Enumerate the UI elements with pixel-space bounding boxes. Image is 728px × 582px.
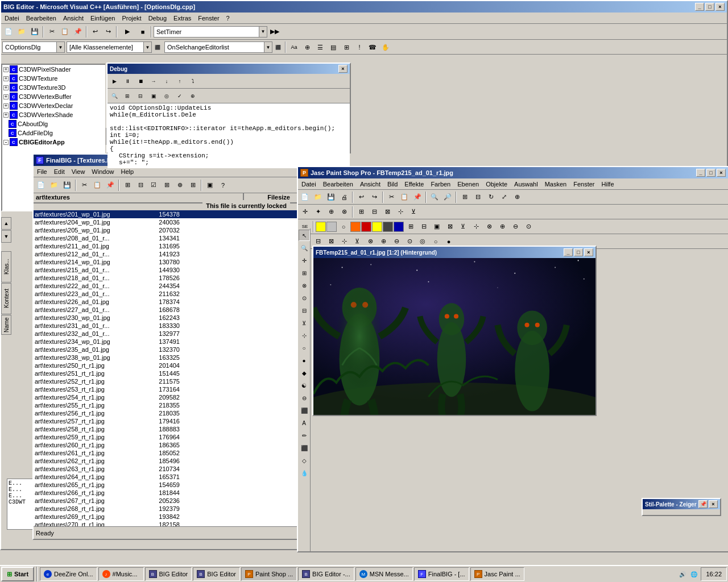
psp-minimize[interactable]: _ [696,169,705,177]
finalbig-tb-6[interactable]: ⊟ [134,179,147,192]
psp-menu-fenster[interactable]: Fenster [570,180,598,189]
psp-tb-new[interactable]: 📄 [299,191,311,203]
psp-tb2-1[interactable]: ✛ [299,206,311,218]
psp-tb-zoomout[interactable]: 🔎 [441,191,454,203]
psp-tb3-11[interactable]: ⊠ [444,221,456,233]
tree-expand-5[interactable]: + [3,103,9,109]
tb-btn-b[interactable]: ⊕ [301,41,313,53]
filter-dropdown-arrow[interactable]: ▼ [143,42,151,52]
debug-tb-3[interactable]: ⏹ [134,75,147,88]
tool-zoom[interactable]: 🔍 [299,242,310,253]
psp-menu-datei[interactable]: Datei [298,180,320,189]
psp-menu-farben[interactable]: Farben [427,180,454,189]
psp-tb2-6[interactable]: ⊟ [368,206,380,218]
tool-arrow[interactable]: ↖ [299,230,310,241]
tool-select[interactable]: ⊞ [299,267,310,278]
file-row[interactable]: art\textures\250_rt_r1.jpg201404 [34,361,304,369]
file-row[interactable]: art\textures\257_rt_r1.jpg179416 [34,417,304,425]
psp-color-5[interactable] [372,222,382,232]
menu-bearbeiten[interactable]: Bearbeiten [23,14,60,23]
file-row[interactable]: art\textures\263_rt_r1.jpg210734 [34,465,304,473]
tool-straighten[interactable]: ⊻ [299,317,310,329]
new-button[interactable]: 📄 [2,26,15,38]
file-row[interactable]: art\textures\235_ad_01.jpg132370 [34,346,304,354]
psp-tb2-2[interactable]: ✦ [312,206,324,218]
debug-tb-12[interactable]: ◎ [160,90,173,102]
tree-item[interactable]: + C C3DWTexture [2,74,105,83]
img-maximize[interactable]: □ [574,248,583,256]
psp-tb3-9[interactable]: ⊟ [417,221,430,233]
file-row[interactable]: art\textures\222_ad_01_r...244354 [34,282,304,290]
paste-button[interactable]: 📌 [72,26,84,38]
build-button[interactable]: ▶ [119,26,136,38]
tool-lasso[interactable]: ⊙ [299,292,310,304]
psp-menu-masken[interactable]: Masken [541,180,570,189]
debug-tb-8[interactable]: 🔍 [108,90,121,102]
tb-btn-c[interactable]: ☰ [314,41,326,53]
tool-sharpen[interactable]: ◆ [299,367,310,379]
menu-ansicht[interactable]: Ansicht [60,14,87,23]
tool-fill[interactable]: ⬛ [299,405,310,416]
copy-button[interactable]: 📋 [59,26,71,38]
psp-tb-print[interactable]: 🖨 [338,191,350,203]
psp-menu-ebenen[interactable]: Ebenen [454,180,482,189]
file-row[interactable]: art\textures\251_rt_r1.jpg151445 [34,369,304,377]
file-row[interactable]: art\textures\201_wp_01.jpg154378 [34,210,304,218]
finalbig-tb-11[interactable]: ▣ [204,179,216,192]
finalbig-tb-new[interactable]: 📄 [35,179,47,192]
go-button[interactable]: ▶▶ [268,26,282,38]
file-row[interactable]: art\textures\226_ad_01.jpg178374 [34,298,304,306]
debug-tb-11[interactable]: ▣ [147,90,160,102]
tree-item[interactable]: + C C3DWVertexDeclar [2,101,105,110]
file-row[interactable]: art\textures\238_wp_01.jpg163325 [34,354,304,361]
tree-expand-9[interactable]: - [3,140,9,145]
tree-item[interactable]: C CAboutDlg [2,119,105,128]
psp-tb-undo[interactable]: ↩ [355,191,367,203]
psp-color-1[interactable] [316,222,326,232]
taskbar-item-paintshop[interactable]: P Paint Shop ... [241,567,297,581]
finalbig-file-list[interactable]: art\textures\201_wp_01.jpg154378art\text… [34,210,304,526]
menu-projekt[interactable]: Projekt [118,14,144,23]
taskbar-item-bigeditor2[interactable]: B BIG Editor [193,567,240,581]
nav-up-btn[interactable]: ▲ [1,217,11,230]
psp-menu-hilfe[interactable]: Hilfe [598,180,618,189]
psp-tb-open[interactable]: 📁 [312,191,324,203]
psp-menu-objekte[interactable]: Objekte [482,180,511,189]
file-row[interactable]: art\textures\268_rt_r1.jpg192379 [34,505,304,513]
taskbar-item-bigeditor3[interactable]: B BIG Editor -... [298,567,354,581]
volume-icon[interactable]: 🔊 [678,569,687,579]
debug-tb-5[interactable]: ↓ [160,75,173,88]
psp-tb3-14[interactable]: ⊗ [483,221,495,233]
finalbig-tb-9[interactable]: ⊕ [173,179,186,192]
psp-tb-zoom[interactable]: 🔍 [428,191,441,203]
tree-expand-4[interactable]: + [3,94,9,99]
psp-tb3-17[interactable]: ⊙ [522,221,535,233]
file-row[interactable]: art\textures\260_rt_r1.jpg186365 [34,441,304,449]
tool-clone[interactable]: ☯ [299,380,310,391]
psp-color-6[interactable] [383,222,393,232]
tree-item[interactable]: + C C3DWPixelShader [2,65,105,74]
open-button[interactable]: 📁 [15,26,28,38]
menu-extras[interactable]: Extras [170,14,195,23]
filter-dropdown[interactable]: [Alle Klassenelemente] ▼ [67,41,152,53]
debug-tb-9[interactable]: ⊞ [121,90,134,102]
finalbig-menu-view[interactable]: View [68,167,89,176]
file-row[interactable]: art\textures\218_ad_01_r...178526 [34,274,304,282]
file-row[interactable]: art\textures\264_rt_r1.jpg165371 [34,473,304,481]
file-row[interactable]: art\textures\205_wp_01.jpg207032 [34,226,304,234]
tree-item[interactable]: + C C3DWVertexShade [2,110,105,119]
tb-btn-d[interactable]: ▤ [327,41,340,53]
tree-item[interactable]: + C C3DWTexture3D [2,83,105,92]
class-dropdown[interactable]: COptionsDlg ▼ [2,41,65,53]
start-button[interactable]: ⊞ Start [1,567,34,581]
debug-content[interactable]: void COptionsDlg::UpdateLis while(m_Edit… [107,103,350,168]
psp-color-3[interactable] [350,222,361,232]
palette-close[interactable]: × [709,500,718,508]
file-row[interactable]: art\textures\230_wp_01.jpg162243 [34,314,304,322]
psp-tb3-3[interactable]: ○ [337,221,350,233]
file-row[interactable]: art\textures\258_rt_r1.jpg188883 [34,425,304,433]
psp-tb-resize[interactable]: ⤢ [498,191,510,203]
psp-tb2-8[interactable]: ⊹ [394,206,407,218]
taskbar-item-msn[interactable]: M MSN Messe... [355,567,413,581]
taskbar-item-jascpsp[interactable]: P Jasc Paint ... [470,567,524,581]
